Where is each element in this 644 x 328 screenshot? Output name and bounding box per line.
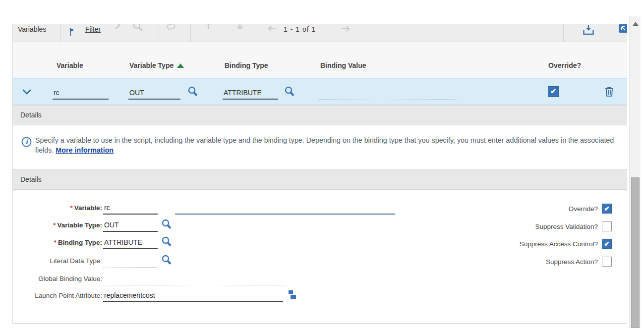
variable-type-lookup-icon[interactable] <box>187 86 199 98</box>
global-binding-value-label: Global Binding Value: <box>13 273 102 285</box>
svg-text:i: i <box>25 138 28 146</box>
section-label: Variables <box>18 25 46 33</box>
suppress-action-checkbox[interactable] <box>602 257 612 267</box>
variable-type-field[interactable]: OUT <box>103 219 158 232</box>
column-header-override[interactable]: Override? <box>548 61 581 69</box>
detail-menu-icon[interactable] <box>287 290 296 299</box>
toolbar-separator <box>563 24 564 42</box>
filter-expand-icon[interactable] <box>115 24 121 30</box>
variable-input[interactable]: rc <box>53 87 109 100</box>
next-row-icon[interactable] <box>236 24 244 30</box>
scrollbar-thumb[interactable] <box>631 177 640 328</box>
global-binding-value-field[interactable] <box>103 273 286 285</box>
override-row-checkbox[interactable] <box>548 86 559 97</box>
binding-type-input[interactable]: ATTRIBUTE <box>223 87 278 100</box>
toolbar-separator <box>609 24 609 42</box>
more-information-link[interactable]: More information <box>56 146 114 154</box>
suppress-action-label: Suppress Action? <box>390 257 598 267</box>
variable-description-field[interactable] <box>175 202 395 215</box>
vertical-scrollbar[interactable] <box>629 16 641 328</box>
variable-type-input[interactable]: OUT <box>128 87 180 100</box>
filter-link[interactable]: Filter <box>85 25 101 33</box>
column-header-binding-type[interactable]: Binding Type <box>225 61 268 69</box>
sort-ascending-icon <box>177 63 184 68</box>
toolbar-separator <box>60 24 61 42</box>
clear-filter-icon[interactable] <box>166 24 176 32</box>
variables-toolbar: Variables Filter <box>13 24 627 42</box>
variable-label: *Variable: <box>13 202 102 215</box>
literal-data-type-lookup-icon[interactable] <box>161 254 173 266</box>
binding-value-input[interactable] <box>318 87 457 100</box>
suppress-access-control-checkbox[interactable] <box>602 239 612 249</box>
toolbar-separator <box>159 24 159 42</box>
details-form: *Variable: rc *Variable Type: OUT *Bindi… <box>13 190 627 323</box>
filter-flag-icon[interactable] <box>69 28 75 36</box>
suppress-validation-checkbox[interactable] <box>602 221 612 231</box>
binding-type-field[interactable]: ATTRIBUTE <box>103 236 158 249</box>
next-page-icon[interactable] <box>341 25 351 33</box>
table-row[interactable]: rc OUT ATTRIBUTE <box>13 78 627 105</box>
column-header-variable[interactable]: Variable <box>57 61 83 69</box>
download-icon[interactable] <box>582 25 595 37</box>
launch-point-attribute-field[interactable]: replacementcost <box>103 289 283 302</box>
variable-field[interactable]: rc <box>103 202 158 215</box>
variable-type-lookup-icon[interactable] <box>161 219 173 230</box>
delete-row-icon[interactable] <box>604 86 615 98</box>
info-message-block: i Specify a variable to use in the scrip… <box>13 125 627 169</box>
maximize-icon[interactable] <box>619 24 627 33</box>
launch-point-attribute-label: Launch Point Attribute: <box>13 289 102 302</box>
suppress-access-control-label: Suppress Access Control? <box>390 239 598 249</box>
override-checkbox[interactable] <box>602 204 612 214</box>
toolbar-separator <box>262 24 262 42</box>
toolbar-separator <box>190 24 191 42</box>
info-message-text: Specify a variable to use in the script,… <box>35 136 618 155</box>
previous-row-icon[interactable] <box>204 24 212 30</box>
binding-type-lookup-icon[interactable] <box>161 236 173 248</box>
scrollbar-up-icon[interactable] <box>633 22 639 26</box>
pagination-label: 1 - 1 of 1 <box>284 25 316 33</box>
details-section-header: Details <box>13 169 627 190</box>
literal-data-type-label: Literal Data Type: <box>13 255 102 268</box>
override-label: Override? <box>390 204 598 214</box>
binding-type-label: *Binding Type: <box>13 236 102 249</box>
info-icon: i <box>21 137 32 147</box>
table-header-row: Variable Variable Type Binding Type Bind… <box>13 42 627 78</box>
script-variables-page: Variables Filter <box>0 0 644 328</box>
search-icon[interactable] <box>132 24 144 32</box>
details-section-header: Details <box>13 105 627 125</box>
variables-panel: Variables Filter <box>12 24 627 324</box>
row-expander-icon[interactable] <box>22 89 31 95</box>
binding-type-lookup-icon[interactable] <box>284 86 295 98</box>
column-header-binding-value[interactable]: Binding Value <box>320 61 366 69</box>
literal-data-type-field[interactable] <box>103 255 158 268</box>
previous-page-icon[interactable] <box>267 25 277 33</box>
column-header-variable-type[interactable]: Variable Type <box>129 61 184 69</box>
suppress-validation-label: Suppress Validation? <box>390 222 598 232</box>
variable-type-label: *Variable Type: <box>13 219 102 232</box>
